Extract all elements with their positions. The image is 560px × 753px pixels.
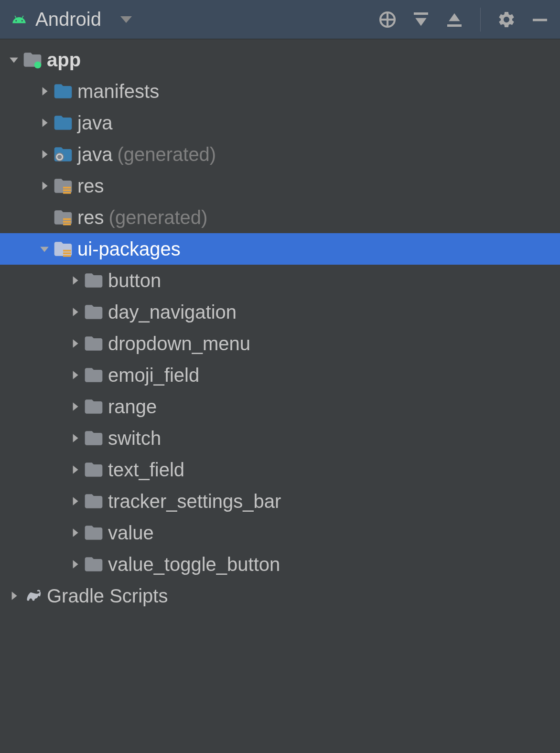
collapse-all-icon[interactable] <box>444 9 465 30</box>
svg-rect-15 <box>63 252 71 254</box>
chevron-right-icon[interactable] <box>36 146 53 162</box>
folder-icon <box>83 333 104 354</box>
tree-item[interactable]: res <box>0 170 560 202</box>
folder-icon <box>83 522 104 543</box>
folder-icon <box>53 81 74 102</box>
hide-icon[interactable] <box>529 9 550 30</box>
tree-item[interactable]: button <box>0 265 560 296</box>
chevron-right-icon[interactable] <box>67 430 83 446</box>
folder-icon <box>53 175 74 196</box>
svg-rect-10 <box>63 192 71 194</box>
folder-icon <box>53 207 74 228</box>
chevron-right-icon[interactable] <box>36 83 53 99</box>
tree-item[interactable]: range <box>0 391 560 422</box>
folder-icon <box>83 459 104 480</box>
tree-item-label: ui-packages <box>77 238 181 260</box>
view-selector[interactable]: Android <box>10 9 132 30</box>
select-opened-file-icon[interactable] <box>377 9 398 30</box>
tree-item-label: dropdown_menu <box>108 333 250 355</box>
tree-item[interactable]: emoji_field <box>0 359 560 391</box>
svg-rect-8 <box>63 187 71 189</box>
tree-item-label: switch <box>108 428 161 449</box>
gear-icon[interactable] <box>496 9 517 30</box>
folder-icon <box>83 554 104 575</box>
tree-item-label: Gradle Scripts <box>47 585 168 607</box>
tree-item[interactable]: dropdown_menu <box>0 328 560 359</box>
tree-item-label: app <box>47 49 81 71</box>
folder-icon <box>53 144 74 165</box>
folder-icon <box>83 491 104 512</box>
chevron-down-icon[interactable] <box>6 52 22 68</box>
gradle-icon <box>22 585 43 606</box>
tree-item-label: range <box>108 396 157 418</box>
svg-rect-3 <box>414 12 428 15</box>
svg-rect-12 <box>63 221 71 223</box>
chevron-right-icon[interactable] <box>67 398 83 415</box>
chevron-right-icon[interactable] <box>67 304 83 320</box>
svg-rect-5 <box>533 19 547 21</box>
folder-icon <box>53 112 74 133</box>
folder-icon <box>83 301 104 323</box>
tree-item-label: value <box>108 522 154 544</box>
chevron-right-icon[interactable] <box>36 178 53 194</box>
tree-item[interactable]: value <box>0 517 560 549</box>
svg-rect-14 <box>63 250 71 252</box>
tree-item[interactable]: java(generated) <box>0 139 560 170</box>
tree-item-label: text_field <box>108 459 184 481</box>
tree-item[interactable]: manifests <box>0 75 560 107</box>
tree-item[interactable]: tracker_settings_bar <box>0 485 560 517</box>
tree-item-label: java <box>77 144 112 165</box>
view-title: Android <box>35 9 101 30</box>
svg-point-6 <box>34 62 42 69</box>
tree-item-label: res <box>77 175 104 197</box>
toolbar <box>377 8 550 32</box>
tree-item-label: java <box>77 112 112 134</box>
svg-rect-11 <box>63 218 71 220</box>
folder-icon <box>83 428 104 449</box>
chevron-right-icon[interactable] <box>6 588 22 604</box>
module-folder-icon <box>22 49 43 70</box>
tree-item-label: tracker_settings_bar <box>108 491 281 512</box>
tree-item-label: value_toggle_button <box>108 554 280 575</box>
expand-all-icon[interactable] <box>410 9 431 30</box>
tree-item[interactable]: switch <box>0 422 560 454</box>
tree-item-label: emoji_field <box>108 365 199 386</box>
tree-item-suffix: (generated) <box>117 144 216 165</box>
tree-item-label: day_navigation <box>108 301 237 323</box>
chevron-right-icon[interactable] <box>67 525 83 541</box>
chevron-right-icon[interactable] <box>67 272 83 289</box>
svg-rect-4 <box>447 24 462 27</box>
svg-rect-16 <box>63 255 71 257</box>
tree-item-label: res <box>77 207 104 228</box>
chevron-right-icon[interactable] <box>67 493 83 509</box>
tree-item[interactable]: value_toggle_button <box>0 549 560 580</box>
chevron-right-icon[interactable] <box>67 462 83 478</box>
panel-header: Android <box>0 0 560 39</box>
chevron-down-icon <box>120 16 132 23</box>
tree-item-gradle-scripts[interactable]: Gradle Scripts <box>0 580 560 612</box>
chevron-right-icon[interactable] <box>67 556 83 572</box>
tree-item[interactable]: java <box>0 107 560 139</box>
project-tree: app manifestsjavajava(generated)resres(g… <box>0 39 560 616</box>
folder-icon <box>83 396 104 417</box>
tree-item[interactable]: res(generated) <box>0 202 560 233</box>
chevron-right-icon[interactable] <box>67 335 83 352</box>
chevron-down-icon[interactable] <box>36 241 53 257</box>
tree-item[interactable]: text_field <box>0 454 560 485</box>
tree-item-label: manifests <box>77 81 159 102</box>
chevron-right-icon[interactable] <box>67 367 83 383</box>
folder-icon <box>83 365 104 386</box>
tree-item-app[interactable]: app <box>0 44 560 75</box>
folder-icon <box>83 270 104 291</box>
android-icon <box>10 10 29 29</box>
toolbar-divider <box>480 8 481 32</box>
svg-rect-13 <box>63 224 71 226</box>
folder-icon <box>53 238 74 259</box>
tree-item[interactable]: ui-packages <box>0 233 560 265</box>
svg-rect-9 <box>63 189 71 191</box>
tree-item-suffix: (generated) <box>109 207 208 228</box>
chevron-right-icon[interactable] <box>36 115 53 131</box>
tree-item[interactable]: day_navigation <box>0 296 560 328</box>
tree-item-label: button <box>108 270 161 291</box>
